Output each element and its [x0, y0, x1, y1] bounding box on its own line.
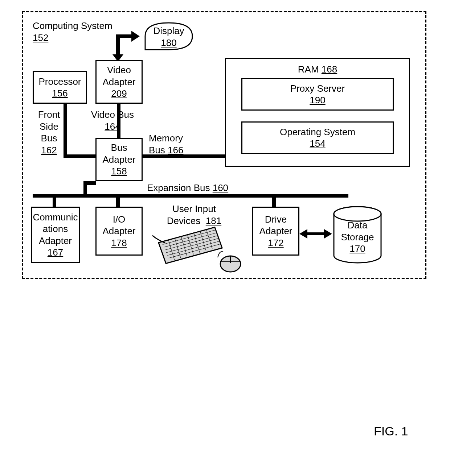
svg-marker-2: [158, 227, 223, 264]
comm-num: 167: [48, 247, 63, 258]
display-text: Display: [147, 25, 191, 37]
display-arrow: [109, 22, 149, 62]
video-bus-text: Video Bus: [87, 109, 138, 121]
uid-num: 181: [206, 215, 221, 226]
exp-bus-num: 160: [213, 182, 228, 193]
svg-marker-1: [131, 31, 140, 42]
processor-num: 156: [52, 87, 68, 99]
exp-drop-3: [272, 198, 276, 207]
title-label: Computing System 152: [33, 20, 112, 44]
title-num: 152: [33, 32, 112, 44]
processor-text: Processor: [38, 76, 81, 88]
svg-marker-20: [299, 229, 307, 239]
exp-drop-1: [53, 198, 56, 207]
display-label: Display 180: [147, 25, 191, 49]
video-bus-label: Video Bus 164: [87, 109, 138, 132]
video-adapter-num: 209: [111, 88, 127, 100]
mem-bus-line: [143, 154, 226, 158]
bus-adapter-t1: Bus: [111, 142, 127, 154]
mem-bus-label: Memory Bus 166: [149, 132, 214, 156]
exp-bus-text: Expansion Bus: [147, 182, 210, 193]
expansion-bus-line: [33, 194, 348, 198]
storage-label: Data Storage 170: [336, 219, 379, 255]
comm-t2: ations: [43, 223, 68, 235]
fsb-l1: Front: [34, 109, 64, 121]
fsb-label: Front Side Bus 162: [34, 109, 64, 156]
io-num: 178: [111, 237, 127, 249]
video-adapter-box: Video Adapter 209: [95, 60, 143, 104]
drive-t1: Drive: [265, 214, 287, 225]
svg-point-23: [334, 207, 381, 221]
fsb-l3: Bus: [34, 132, 64, 144]
keyboard-icon: [152, 225, 225, 268]
fsb-num: 162: [34, 144, 64, 156]
comm-t1: Communic: [33, 211, 78, 223]
storage-t2: Storage: [336, 231, 379, 243]
io-t2: Adapter: [102, 225, 135, 237]
storage-arrow: [299, 225, 332, 243]
ram-text: RAM: [298, 64, 319, 75]
os-box: Operating System 154: [241, 121, 394, 154]
bus-adapter-t2: Adapter: [102, 154, 135, 166]
processor-box: Processor 156: [33, 71, 87, 104]
storage-t1: Data: [336, 219, 379, 231]
exp-drop-2: [116, 198, 120, 207]
bus-adapter-box: Bus Adapter 158: [95, 138, 143, 181]
os-text: Operating System: [280, 126, 355, 138]
mem-bus-num: 166: [168, 145, 183, 156]
proxy-num: 190: [310, 94, 325, 106]
ram-num: 168: [322, 64, 337, 75]
video-bus-num: 164: [87, 121, 138, 133]
figure-caption: FIG. 1: [374, 424, 408, 438]
comm-adapter-box: Communic ations Adapter 167: [31, 207, 80, 263]
uid-t1: User Input: [158, 203, 230, 215]
uid-t2: Devices: [167, 215, 200, 226]
io-adapter-box: I/O Adapter 178: [95, 207, 143, 256]
drive-t2: Adapter: [259, 225, 292, 237]
user-input-label: User Input Devices 181: [158, 203, 230, 227]
storage-num: 170: [336, 243, 379, 255]
exp-bus-label: Expansion Bus 160: [147, 182, 256, 194]
video-bus-line: [117, 104, 120, 138]
busadapter-down-h: [83, 181, 96, 185]
os-num: 154: [310, 138, 325, 150]
proxy-text: Proxy Server: [290, 83, 345, 95]
fsb-line-v: [64, 104, 67, 158]
comm-t3: Adapter: [39, 235, 72, 247]
title-text: Computing System: [33, 20, 112, 32]
mem-bus-t1: Memory: [149, 133, 183, 144]
mouse-icon: [216, 250, 245, 276]
ram-header: RAM 168: [298, 63, 337, 75]
proxy-box: Proxy Server 190: [241, 78, 394, 111]
video-adapter-t1: Video: [107, 64, 131, 76]
io-t1: I/O: [113, 214, 126, 225]
display-num: 180: [147, 37, 191, 49]
fsb-line-h: [64, 154, 96, 158]
drive-adapter-box: Drive Adapter 172: [252, 207, 299, 256]
fsb-l2: Side: [34, 121, 64, 133]
video-adapter-t2: Adapter: [102, 76, 135, 88]
drive-num: 172: [268, 237, 283, 249]
bus-adapter-num: 158: [111, 165, 127, 177]
mem-bus-t2: Bus: [149, 145, 165, 156]
